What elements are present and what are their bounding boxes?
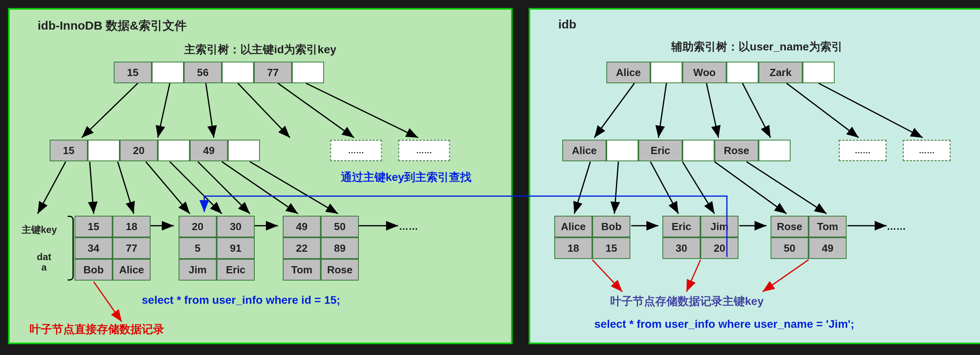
- svg-line-22: [787, 83, 859, 138]
- cell: [292, 62, 324, 83]
- cell: [158, 140, 190, 161]
- svg-line-13: [250, 162, 338, 214]
- cell: 49: [190, 140, 228, 161]
- left-mid-node: 15 20 49: [50, 140, 260, 161]
- right-mid-node: Alice Eric Rose: [562, 140, 791, 161]
- cell: 56: [184, 62, 222, 83]
- svg-line-33: [592, 260, 622, 292]
- svg-line-6: [38, 162, 66, 214]
- svg-line-35: [763, 260, 809, 292]
- leaf-label-data: dat a: [22, 252, 66, 273]
- svg-line-10: [170, 162, 222, 214]
- svg-line-18: [594, 83, 634, 138]
- cell: [88, 140, 120, 161]
- svg-line-3: [238, 83, 290, 138]
- svg-line-7: [90, 162, 94, 214]
- svg-line-8: [118, 162, 134, 214]
- cell: 15: [114, 62, 152, 83]
- dashed-node: ……: [330, 140, 382, 161]
- svg-line-26: [650, 162, 678, 214]
- right-tree-title: 辅助索引树：以user_name为索引: [542, 39, 972, 54]
- leaf-label-box: 主键key dat a: [22, 216, 70, 281]
- dashed-node: ……: [398, 140, 450, 161]
- cell: 15: [50, 140, 88, 161]
- svg-line-9: [146, 162, 190, 214]
- svg-line-12: [222, 162, 298, 214]
- svg-line-28: [714, 162, 787, 214]
- svg-line-5: [306, 83, 418, 138]
- svg-line-2: [206, 83, 214, 138]
- right-panel-title: idb: [558, 18, 972, 31]
- cell: 77: [254, 62, 292, 83]
- svg-line-21: [743, 83, 771, 138]
- right-panel: idb 辅助索引树：以user_name为索引 Alice Woo Zark A…: [529, 8, 980, 344]
- svg-line-17: [94, 282, 122, 322]
- cell: [222, 62, 254, 83]
- leaf-ellipsis: ……: [399, 216, 418, 237]
- leaf-block-1: AliceBob 1815: [554, 216, 630, 259]
- right-leaf-note: 叶子节点存储数据记录主键key: [610, 294, 764, 309]
- svg-line-4: [278, 83, 354, 138]
- svg-line-23: [819, 83, 923, 138]
- cell: 20: [120, 140, 158, 161]
- lookup-note: 通过主键key到主索引查找: [334, 170, 478, 185]
- leaf-block-3: 4950 2289 TomRose: [283, 216, 359, 281]
- diagram-container: idb-InnoDB 数据&索引文件 主索引树：以主键id为索引key 15 5…: [8, 8, 980, 344]
- leaf-block-2: 2030 591 JimEric: [179, 216, 255, 281]
- left-root-node: 15 56 77: [114, 62, 324, 83]
- svg-line-20: [706, 83, 718, 138]
- left-tree-title: 主索引树：以主键id为索引key: [22, 42, 499, 57]
- left-leaf-row: 主键key dat a 1518 3477 BobAlice 2030 591 …: [22, 216, 418, 281]
- right-root-node: Alice Woo Zark: [606, 62, 835, 83]
- leaf-block-2: EricJim 3020: [662, 216, 739, 259]
- svg-line-27: [682, 162, 714, 214]
- leaf-block-1: 1518 3477 BobAlice: [74, 216, 151, 281]
- left-leaf-note: 叶子节点直接存储数据记录: [30, 322, 164, 337]
- left-panel-title: idb-InnoDB 数据&索引文件: [38, 18, 499, 34]
- left-sql: select * from user_info where id = 15;: [142, 294, 340, 307]
- right-sql: select * from user_info where user_name …: [594, 318, 854, 331]
- cell: [228, 140, 260, 161]
- svg-line-24: [574, 162, 590, 214]
- svg-line-1: [158, 83, 170, 138]
- svg-line-19: [658, 83, 666, 138]
- svg-line-11: [198, 162, 250, 214]
- right-leaf-row: AliceBob 1815 EricJim 3020 RoseTom 5049 …: [554, 216, 906, 259]
- svg-line-29: [747, 162, 827, 214]
- cell: [152, 62, 184, 83]
- leaf-label-key: 主键key: [22, 223, 66, 236]
- svg-line-25: [614, 162, 618, 214]
- svg-line-34: [686, 260, 700, 292]
- left-panel: idb-InnoDB 数据&索引文件 主索引树：以主键id为索引key 15 5…: [8, 8, 513, 344]
- svg-line-0: [82, 83, 138, 138]
- leaf-block-3: RoseTom 5049: [771, 216, 847, 259]
